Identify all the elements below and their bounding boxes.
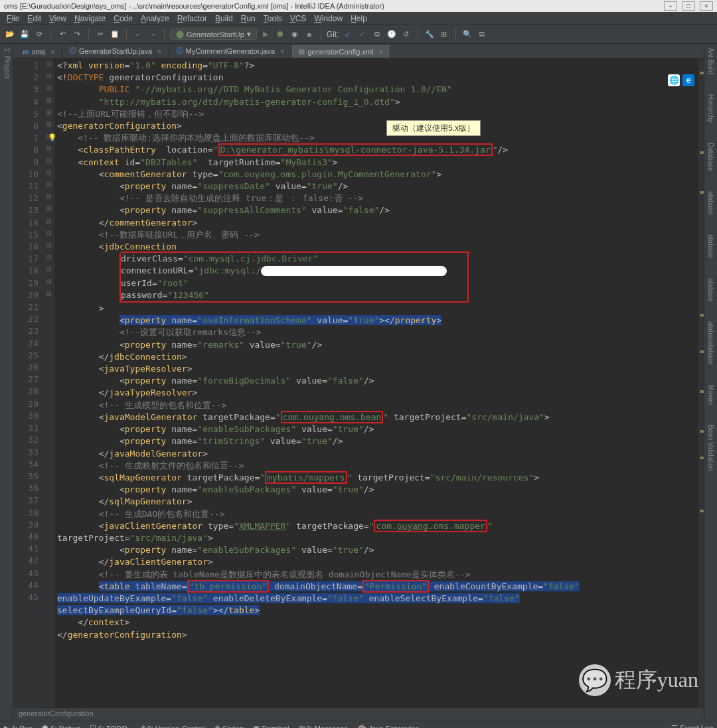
- menu-refactor[interactable]: Refactor: [173, 13, 211, 25]
- tool-Maven[interactable]: Maven: [707, 385, 714, 405]
- xml-icon: ▦: [298, 47, 305, 56]
- search-icon[interactable]: 🔍: [461, 29, 473, 40]
- copy-icon[interactable]: 📋: [109, 29, 121, 40]
- tool-Terminal[interactable]: ▣ Terminal: [253, 724, 289, 728]
- run-icon[interactable]: ▶: [260, 29, 272, 40]
- undo-icon[interactable]: ↶: [56, 29, 68, 40]
- tool-Hierarchy[interactable]: Hierarchy: [707, 94, 714, 123]
- tool-Java-Enterprise[interactable]: ☕ Java Enterprise: [357, 724, 419, 728]
- cut-icon[interactable]: ✂: [94, 29, 106, 40]
- git-history-icon[interactable]: 🕐: [386, 29, 398, 40]
- tool-5-Debug[interactable]: ⬢ 5: Debug: [42, 724, 80, 728]
- separator: [126, 29, 127, 40]
- tool-0-Messages[interactable]: ✉ 0: Messages: [299, 724, 348, 728]
- debug-icon[interactable]: ⬢: [274, 29, 286, 40]
- minimize-icon[interactable]: −: [664, 1, 677, 11]
- menu-view[interactable]: View: [45, 13, 70, 25]
- menu-vcs[interactable]: VCS: [286, 13, 311, 25]
- menu-navigate[interactable]: Navigate: [70, 13, 110, 25]
- git-commit-icon[interactable]: ✓: [357, 29, 368, 40]
- separator: [418, 29, 418, 40]
- tool-icon: ✉: [299, 724, 305, 728]
- tab-label: MyCommentGenerator.java: [186, 47, 276, 55]
- menu-file[interactable]: File: [3, 13, 23, 25]
- breadcrumb[interactable]: generatorConfiguration: [13, 707, 704, 721]
- git-compare-icon[interactable]: ⧉: [371, 29, 383, 40]
- menu-bar: FileEditViewNavigateCodeAnalyzeRefactorB…: [0, 12, 717, 25]
- event-log[interactable]: ☰ Event Log: [671, 724, 713, 728]
- git-revert-icon[interactable]: ↺: [400, 29, 412, 40]
- settings-icon[interactable]: 🔧: [424, 29, 436, 40]
- tool-Spring[interactable]: ❀ Spring: [214, 724, 244, 728]
- tool-atabase[interactable]: atabase: [707, 278, 714, 302]
- stop-icon[interactable]: ■: [303, 29, 315, 40]
- menu-tools[interactable]: Tools: [260, 13, 286, 25]
- tab-label: generatorConfig.xml: [307, 48, 373, 56]
- watermark: 💬 程序yuan: [579, 664, 698, 696]
- main-area: 1: Project moms×ⒸGeneratorStartUp.java×Ⓒ…: [0, 44, 717, 721]
- fold-gutter[interactable]: ⊟⊟⊟⊟⊟⊟⊟⊟⊟⊟⊟⊟⊟⊟⊟⊟⊟⊟⊟⊟: [44, 58, 54, 707]
- separator: [88, 29, 89, 40]
- git-label: Git:: [327, 30, 339, 39]
- separator: [321, 29, 321, 40]
- module-icon: m: [23, 48, 29, 56]
- save-icon[interactable]: 💾: [19, 29, 31, 40]
- close-icon[interactable]: ×: [700, 1, 713, 11]
- menu-run[interactable]: Run: [237, 13, 260, 25]
- tool-Database[interactable]: Database: [707, 143, 714, 171]
- tab-MyCommentGenerator.java[interactable]: ⒸMyCommentGenerator.java×: [169, 44, 292, 58]
- left-tool-window-bar[interactable]: 1: Project: [0, 44, 13, 721]
- menu-help[interactable]: Help: [347, 13, 371, 25]
- menu-edit[interactable]: Edit: [23, 13, 45, 25]
- code-editor[interactable]: 1234567891011121314151617181920212223242…: [13, 58, 704, 707]
- menu-analyze[interactable]: Analyze: [137, 13, 173, 25]
- close-tab-icon[interactable]: ×: [280, 47, 284, 55]
- close-tab-icon[interactable]: ×: [157, 47, 161, 55]
- code-content[interactable]: <?xml version="1.0" encoding="UTF-8"?><!…: [54, 58, 704, 707]
- editor-tabs: moms×ⒸGeneratorStartUp.java×ⒸMyCommentGe…: [13, 44, 704, 58]
- menu-window[interactable]: Window: [310, 13, 347, 25]
- back-icon[interactable]: ←: [132, 29, 144, 40]
- tool-icon: ▣: [253, 724, 260, 728]
- bulb-icon[interactable]: 💡: [48, 132, 57, 144]
- tool-atabase[interactable]: atabase: [707, 191, 714, 215]
- menu-code[interactable]: Code: [110, 13, 137, 25]
- maximize-icon[interactable]: □: [682, 1, 695, 11]
- title-bar: oms [E:\GuraduationDesign\sys_oms] - ..\…: [0, 0, 717, 12]
- chrome-icon[interactable]: 🌐: [668, 74, 680, 86]
- coverage-icon[interactable]: ◉: [289, 29, 301, 40]
- forward-icon[interactable]: →: [147, 29, 159, 40]
- run-configuration[interactable]: ⬤ GeneratorStartUp ▾: [170, 29, 257, 40]
- close-tab-icon[interactable]: ×: [51, 48, 55, 56]
- project-structure-icon[interactable]: ⊞: [438, 29, 450, 40]
- chevron-down-icon: ▾: [247, 30, 251, 38]
- wechat-icon: 💬: [579, 664, 611, 696]
- class-icon: Ⓒ: [69, 46, 76, 56]
- sync-icon[interactable]: ⟳: [33, 29, 45, 40]
- bottom-tool-bar: ▶ 4: Run⬢ 5: Debug☑ 6: TODO⎇ 9: Version …: [0, 721, 717, 728]
- open-icon[interactable]: 📂: [4, 29, 16, 40]
- close-tab-icon[interactable]: ×: [379, 48, 383, 56]
- tool-icon: ☕: [357, 724, 366, 728]
- tab-generatorConfig.xml[interactable]: ▦generatorConfig.xml×: [291, 45, 390, 58]
- git-pull-icon[interactable]: ↙: [342, 29, 354, 40]
- edge-icon[interactable]: e: [682, 74, 694, 86]
- tool-Ant-Build[interactable]: Ant Build: [707, 48, 714, 74]
- tool-atabase[interactable]: atabase: [707, 234, 714, 258]
- separator: [50, 29, 51, 40]
- tool-atabasetabase[interactable]: atabasetabase: [707, 321, 714, 365]
- tool-icon: ❀: [214, 724, 220, 728]
- minimap-scrollbar[interactable]: [698, 58, 704, 707]
- menu-build[interactable]: Build: [211, 13, 237, 25]
- tool-4-Run[interactable]: ▶ 4: Run: [4, 724, 33, 728]
- redo-icon[interactable]: ↷: [71, 29, 83, 40]
- annotation-callout: 驱动（建议使用5.x版）: [386, 120, 481, 136]
- tab-GeneratorStartUp.java[interactable]: ⒸGeneratorStartUp.java×: [62, 44, 169, 58]
- search-everywhere-icon[interactable]: ⧉: [476, 29, 488, 40]
- tool-9-Version-Control[interactable]: ⎇ 9: Version Control: [137, 724, 205, 728]
- tool-6-TODO[interactable]: ☑ 6: TODO: [90, 724, 127, 728]
- tab-oms[interactable]: moms×: [16, 46, 62, 58]
- tool-Bean-Validation[interactable]: Bean Validation: [707, 425, 714, 471]
- project-tool-button[interactable]: 1: Project: [3, 48, 11, 78]
- editor-area: moms×ⒸGeneratorStartUp.java×ⒸMyCommentGe…: [13, 44, 704, 721]
